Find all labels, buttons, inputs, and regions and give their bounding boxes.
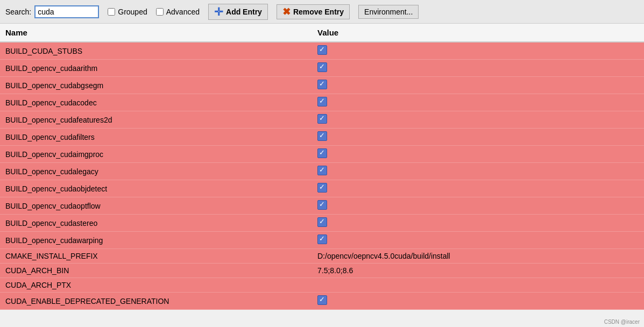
cell-name: BUILD_opencv_cudafilters bbox=[0, 129, 312, 146]
col-value-header: Value bbox=[312, 24, 644, 42]
value-checkbox-icon bbox=[317, 148, 327, 158]
environment-label: Environment... bbox=[364, 8, 413, 16]
remove-icon: ✖ bbox=[282, 7, 291, 17]
entries-table: Name Value BUILD_CUDA_STUBSBUILD_opencv_… bbox=[0, 24, 644, 310]
table-row[interactable]: BUILD_opencv_cudafilters bbox=[0, 129, 644, 146]
toolbar: Search: Grouped Advanced ✛ Add Entry ✖ R… bbox=[0, 0, 644, 24]
advanced-label: Advanced bbox=[166, 8, 200, 16]
remove-entry-button[interactable]: ✖ Remove Entry bbox=[277, 4, 350, 19]
cell-value bbox=[312, 293, 644, 310]
add-icon: ✛ bbox=[214, 6, 223, 17]
cell-name: CUDA_ENABLE_DEPRECATED_GENERATION bbox=[0, 293, 312, 310]
cell-name: BUILD_opencv_cudafeatures2d bbox=[0, 111, 312, 129]
value-checkbox-icon bbox=[317, 200, 327, 210]
table-row[interactable]: CUDA_ARCH_BIN7.5;8.0;8.6 bbox=[0, 264, 644, 278]
search-input[interactable] bbox=[34, 5, 99, 18]
cell-value bbox=[312, 215, 644, 232]
advanced-checkbox[interactable] bbox=[156, 8, 164, 16]
cell-name: CMAKE_INSTALL_PREFIX bbox=[0, 249, 312, 264]
value-checkbox-icon bbox=[317, 295, 327, 305]
table-row[interactable]: BUILD_opencv_cudaoptflow bbox=[0, 197, 644, 215]
main-area: Name Value BUILD_CUDA_STUBSBUILD_opencv_… bbox=[0, 24, 644, 327]
value-checkbox-icon bbox=[317, 217, 327, 227]
cell-name: BUILD_opencv_cudaimgproc bbox=[0, 146, 312, 163]
cell-name: BUILD_opencv_cudacodec bbox=[0, 94, 312, 111]
cell-value: D:/opencv/oepncv4.5.0cuda/build/install bbox=[312, 249, 644, 264]
environment-button[interactable]: Environment... bbox=[358, 5, 419, 19]
cell-name: CUDA_ARCH_PTX bbox=[0, 278, 312, 293]
cell-name: CUDA_ARCH_BIN bbox=[0, 264, 312, 278]
table-row[interactable]: CMAKE_INSTALL_PREFIXD:/opencv/oepncv4.5.… bbox=[0, 249, 644, 264]
table-row[interactable]: BUILD_opencv_cudaobjdetect bbox=[0, 180, 644, 197]
cell-value bbox=[312, 180, 644, 197]
table-row[interactable]: BUILD_opencv_cudacodec bbox=[0, 94, 644, 111]
table-row[interactable]: BUILD_opencv_cudalegacy bbox=[0, 163, 644, 180]
table-row[interactable]: CUDA_ARCH_PTX bbox=[0, 278, 644, 293]
cell-value bbox=[312, 111, 644, 129]
add-entry-label: Add Entry bbox=[226, 8, 262, 16]
grouped-checkbox[interactable] bbox=[108, 8, 115, 16]
cell-name: BUILD_CUDA_STUBS bbox=[0, 42, 312, 60]
cell-value bbox=[312, 163, 644, 180]
cell-name: BUILD_opencv_cudaoptflow bbox=[0, 197, 312, 215]
remove-entry-label: Remove Entry bbox=[293, 8, 344, 16]
cell-value bbox=[312, 197, 644, 215]
table-row[interactable]: BUILD_opencv_cudafeatures2d bbox=[0, 111, 644, 129]
cell-value bbox=[312, 60, 644, 77]
cell-value: 7.5;8.0;8.6 bbox=[312, 264, 644, 278]
value-checkbox-icon bbox=[317, 62, 327, 72]
grouped-area: Grouped bbox=[108, 8, 147, 16]
value-checkbox-icon bbox=[317, 97, 327, 106]
search-label: Search: bbox=[5, 8, 31, 16]
cell-value bbox=[312, 94, 644, 111]
table-row[interactable]: BUILD_opencv_cudawarping bbox=[0, 232, 644, 249]
value-checkbox-icon bbox=[317, 166, 327, 175]
cell-value bbox=[312, 42, 644, 60]
table-row[interactable]: BUILD_opencv_cudaimgproc bbox=[0, 146, 644, 163]
cell-value bbox=[312, 146, 644, 163]
cell-value bbox=[312, 77, 644, 94]
table-header-row: Name Value bbox=[0, 24, 644, 42]
cell-name: BUILD_opencv_cudabgsegm bbox=[0, 77, 312, 94]
cell-value bbox=[312, 278, 644, 293]
value-checkbox-icon bbox=[317, 234, 327, 244]
cell-name: BUILD_opencv_cudaobjdetect bbox=[0, 180, 312, 197]
value-checkbox-icon bbox=[317, 114, 327, 124]
value-checkbox-icon bbox=[317, 80, 327, 89]
table-row[interactable]: BUILD_opencv_cudabgsegm bbox=[0, 77, 644, 94]
table-row[interactable]: BUILD_opencv_cudastereo bbox=[0, 215, 644, 232]
value-checkbox-icon bbox=[317, 131, 327, 141]
table-row[interactable]: BUILD_CUDA_STUBS bbox=[0, 42, 644, 60]
table-row[interactable]: BUILD_opencv_cudaarithm bbox=[0, 60, 644, 77]
advanced-area: Advanced bbox=[156, 8, 200, 16]
watermark: CSDN @iracer bbox=[604, 319, 640, 325]
search-area: Search: bbox=[5, 5, 99, 18]
cell-name: BUILD_opencv_cudalegacy bbox=[0, 163, 312, 180]
col-name-header: Name bbox=[0, 24, 312, 42]
value-checkbox-icon bbox=[317, 45, 327, 55]
cell-name: BUILD_opencv_cudastereo bbox=[0, 215, 312, 232]
cell-name: BUILD_opencv_cudawarping bbox=[0, 232, 312, 249]
table-row[interactable]: CUDA_ENABLE_DEPRECATED_GENERATION bbox=[0, 293, 644, 310]
add-entry-button[interactable]: ✛ Add Entry bbox=[208, 4, 268, 20]
cell-name: BUILD_opencv_cudaarithm bbox=[0, 60, 312, 77]
cell-value bbox=[312, 129, 644, 146]
cell-value bbox=[312, 232, 644, 249]
value-checkbox-icon bbox=[317, 183, 327, 193]
table-container[interactable]: Name Value BUILD_CUDA_STUBSBUILD_opencv_… bbox=[0, 24, 644, 327]
grouped-label: Grouped bbox=[118, 8, 147, 16]
